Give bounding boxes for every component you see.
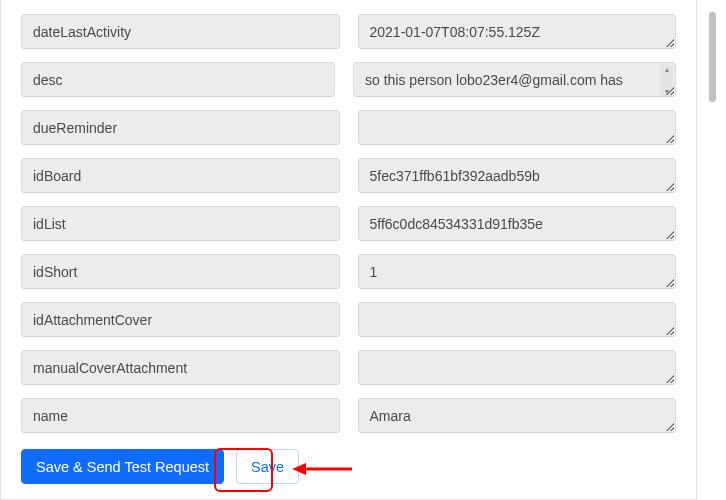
- value-input[interactable]: [358, 302, 677, 337]
- value-text: 5ff6c0dc84534331d91fb35e: [370, 216, 543, 232]
- textarea-scrollbar[interactable]: ▴▾: [660, 65, 673, 96]
- save-send-test-request-button[interactable]: Save & Send Test Request: [21, 449, 224, 484]
- value-text: 1: [370, 264, 378, 280]
- resize-handle-icon[interactable]: [664, 37, 674, 47]
- resize-handle-icon[interactable]: [664, 133, 674, 143]
- value-text: Amara: [370, 408, 411, 424]
- scroll-down-icon[interactable]: ▾: [665, 87, 669, 96]
- value-input[interactable]: Amara: [358, 398, 677, 433]
- value-input[interactable]: 1: [358, 254, 677, 289]
- key-input[interactable]: dueReminder: [21, 110, 340, 145]
- resize-handle-icon[interactable]: [664, 373, 674, 383]
- value-text: so this person lobo23er4@gmail.com has: [365, 72, 623, 88]
- save-button[interactable]: Save: [236, 449, 299, 484]
- key-input[interactable]: desc: [21, 62, 335, 97]
- resize-handle-icon[interactable]: [664, 325, 674, 335]
- resize-handle-icon[interactable]: [664, 181, 674, 191]
- key-input[interactable]: manualCoverAttachment: [21, 350, 340, 385]
- key-input[interactable]: idAttachmentCover: [21, 302, 340, 337]
- resize-handle-icon[interactable]: [664, 85, 674, 95]
- scroll-up-icon[interactable]: ▴: [665, 65, 669, 74]
- key-input[interactable]: name: [21, 398, 340, 433]
- scrollbar-thumb[interactable]: [709, 12, 716, 102]
- value-text: 5fec371ffb61bf392aadb59b: [370, 168, 540, 184]
- resize-handle-icon[interactable]: [664, 229, 674, 239]
- value-input[interactable]: 5ff6c0dc84534331d91fb35e: [358, 206, 677, 241]
- scrollbar-track[interactable]: [709, 0, 716, 500]
- field-row: dueReminder: [21, 110, 676, 145]
- field-row: idBoard5fec371ffb61bf392aadb59b: [21, 158, 676, 193]
- key-input[interactable]: idShort: [21, 254, 340, 289]
- value-text: 2021-01-07T08:07:55.125Z: [370, 24, 540, 40]
- value-input[interactable]: 2021-01-07T08:07:55.125Z: [358, 14, 677, 49]
- resize-handle-icon[interactable]: [664, 277, 674, 287]
- key-input[interactable]: idBoard: [21, 158, 340, 193]
- field-row: dateLastActivity2021-01-07T08:07:55.125Z: [21, 14, 676, 49]
- key-input[interactable]: idList: [21, 206, 340, 241]
- key-input[interactable]: dateLastActivity: [21, 14, 340, 49]
- field-row: nameAmara: [21, 398, 676, 433]
- page-scroll-area: [697, 0, 726, 500]
- field-row: idList5ff6c0dc84534331d91fb35e: [21, 206, 676, 241]
- value-input[interactable]: so this person lobo23er4@gmail.com has▴▾: [353, 62, 676, 97]
- field-row: manualCoverAttachment: [21, 350, 676, 385]
- value-input[interactable]: 5fec371ffb61bf392aadb59b: [358, 158, 677, 193]
- field-row: idAttachmentCover: [21, 302, 676, 337]
- field-row: descso this person lobo23er4@gmail.com h…: [21, 62, 676, 97]
- field-row: idShort1: [21, 254, 676, 289]
- form-container: dateLastActivity2021-01-07T08:07:55.125Z…: [0, 0, 697, 500]
- buttons-row: Save & Send Test Request Save: [21, 449, 676, 484]
- value-input[interactable]: [358, 350, 677, 385]
- value-input[interactable]: [358, 110, 677, 145]
- resize-handle-icon[interactable]: [664, 421, 674, 431]
